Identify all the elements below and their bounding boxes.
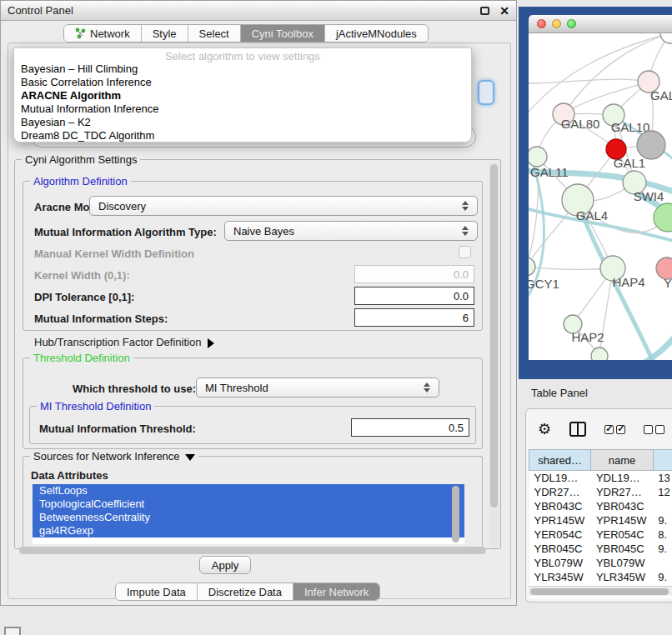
mi-steps-input[interactable]: 6 bbox=[354, 308, 474, 327]
attribute-item-topologicalcoefficient[interactable]: TopologicalCoefficient bbox=[33, 498, 464, 511]
table-row[interactable]: YLR345WYLR345W9. bbox=[529, 570, 672, 584]
dropdown-hint: Select algorithm to view settings bbox=[14, 50, 471, 62]
window-minimize-traffic-icon[interactable] bbox=[552, 19, 561, 28]
node-label: GAL80 bbox=[561, 117, 600, 131]
close-icon[interactable]: ✕ bbox=[499, 7, 509, 15]
combo-spinner-icon bbox=[462, 201, 469, 211]
node-label: GAL bbox=[650, 88, 672, 102]
node-label: Y bbox=[664, 276, 672, 290]
algorithm-option-mutual-information-inference[interactable]: Mutual Information Inference bbox=[14, 102, 471, 116]
tab-label: jActiveMNodules bbox=[336, 28, 417, 40]
tab-style[interactable]: Style bbox=[142, 25, 188, 42]
node-label: GCY1 bbox=[529, 277, 559, 291]
table-row[interactable]: YBL079WYBL079W bbox=[529, 556, 672, 570]
table-cell: 9. bbox=[653, 542, 672, 556]
table-cell: YPR145W bbox=[591, 513, 653, 528]
table-cell: YLR345W bbox=[591, 570, 653, 584]
node-label: HAP4 bbox=[612, 275, 644, 289]
attribute-item-betweennesscentrality[interactable]: BetweennessCentrality bbox=[33, 511, 464, 524]
table-horizontal-scrollbar[interactable] bbox=[529, 586, 672, 596]
tab-network[interactable]: Network bbox=[64, 25, 142, 42]
tab-label: Cyni Toolbox bbox=[252, 28, 313, 40]
hub-definition-toggle[interactable]: Hub/Transcription Factor Definition bbox=[34, 336, 214, 348]
tab-discretize-data[interactable]: Discretize Data bbox=[198, 583, 293, 600]
tab-jactivemnodules[interactable]: jActiveMNodules bbox=[325, 25, 428, 42]
algorithm-option-bayesian-hill-climbing[interactable]: Bayesian – Hill Climbing bbox=[14, 62, 471, 76]
manual-kernel-checkbox[interactable] bbox=[459, 246, 471, 258]
network-canvas[interactable]: GALGAL80GAL10GAL1GAL11SWI4GAL4GCY1HAP4YH… bbox=[529, 33, 672, 360]
mi-type-combobox[interactable]: Naive Bayes bbox=[224, 221, 478, 241]
network-node[interactable] bbox=[591, 348, 608, 360]
control-panel-titlebar: Control Panel ✕ bbox=[1, 1, 516, 21]
table-row[interactable]: YBR045CYBR045C9. bbox=[529, 542, 672, 556]
select-all-checkboxes-icon[interactable] bbox=[604, 425, 625, 434]
table-cell: YBL079W bbox=[529, 556, 591, 570]
panel-grip-icon[interactable] bbox=[4, 627, 21, 635]
float-panel-icon[interactable] bbox=[480, 7, 489, 15]
kernel-width-input[interactable]: 0.0 bbox=[354, 265, 474, 283]
dropdown-items: Bayesian – Hill ClimbingBasic Correlatio… bbox=[14, 62, 471, 142]
combo-spinner-icon bbox=[462, 226, 469, 236]
dpi-tolerance-input[interactable]: 0.0 bbox=[354, 287, 474, 305]
tab-impute-data[interactable]: Impute Data bbox=[116, 583, 198, 600]
table-cell: 12 bbox=[653, 485, 672, 499]
table-row[interactable]: YDL19…YDL19…13 bbox=[529, 471, 672, 485]
manual-kernel-label: Manual Kernel Width Definition bbox=[34, 248, 194, 260]
table-cell: YDR27… bbox=[529, 485, 591, 499]
network-edge bbox=[529, 162, 544, 317]
column-header-shared[interactable]: shared… bbox=[529, 450, 591, 471]
window-zoom-traffic-icon[interactable] bbox=[567, 19, 576, 28]
network-node-gal11[interactable] bbox=[529, 147, 547, 167]
panel-title: Control Panel bbox=[8, 4, 73, 17]
table-cell bbox=[653, 556, 672, 570]
algorithm-option-basic-correlation-inference[interactable]: Basic Correlation Inference bbox=[14, 76, 471, 89]
window-close-traffic-icon[interactable] bbox=[537, 19, 546, 28]
table-cell: 13 bbox=[653, 471, 672, 485]
deselect-all-checkboxes-icon[interactable] bbox=[644, 425, 664, 434]
mi-type-value: Naive Bayes bbox=[233, 225, 294, 238]
tab-label: Select bbox=[199, 28, 229, 40]
settings-vertical-scrollbar-thumb[interactable] bbox=[490, 164, 498, 508]
algorithm-definition-title: Algorithm Definition bbox=[30, 175, 131, 188]
aracne-mode-combobox[interactable]: Discovery bbox=[89, 196, 478, 216]
which-threshold-combobox[interactable]: MI Threshold bbox=[196, 378, 439, 398]
settings-horizontal-scrollbar-thumb[interactable] bbox=[19, 547, 486, 554]
gear-icon[interactable]: ⚙ bbox=[538, 421, 551, 438]
tab-label: Infer Network bbox=[304, 586, 369, 598]
table-panel: ⚙ shared…name YDL19…YDL19…13YDR27…YDR27…… bbox=[525, 408, 672, 602]
table-cell: YPR145W bbox=[529, 513, 591, 528]
algorithm-option-dream8-dc-tdc-algorithm[interactable]: Dream8 DC_TDC Algorithm bbox=[14, 129, 471, 142]
data-attributes-list[interactable]: SelfLoopsTopologicalCoefficientBetweenne… bbox=[33, 484, 464, 544]
table-row[interactable]: YER054CYER054C8. bbox=[529, 528, 672, 542]
network-window-titlebar[interactable] bbox=[529, 15, 672, 33]
node-label: GAL10 bbox=[611, 120, 650, 134]
network-node[interactable] bbox=[637, 131, 665, 159]
tab-label: Style bbox=[153, 28, 177, 40]
column-header-name[interactable]: name bbox=[591, 450, 653, 471]
which-threshold-label: Which threshold to use: bbox=[73, 382, 196, 395]
table-cell: 9. bbox=[653, 570, 672, 584]
apply-button[interactable]: Apply bbox=[199, 556, 251, 574]
network-node[interactable] bbox=[660, 33, 672, 43]
algorithm-option-bayesian-k2[interactable]: Bayesian – K2 bbox=[14, 116, 471, 129]
mi-steps-label: Mutual Information Steps: bbox=[34, 312, 168, 325]
attribute-item-selfloops[interactable]: SelfLoops bbox=[33, 484, 464, 498]
attributes-list-scrollbar[interactable] bbox=[452, 486, 459, 542]
table-row[interactable]: YPR145WYPR145W9. bbox=[529, 513, 672, 528]
sources-title[interactable]: Sources for Network Inference bbox=[30, 450, 198, 462]
tab-cyni-toolbox[interactable]: Cyni Toolbox bbox=[241, 25, 325, 42]
tab-select[interactable]: Select bbox=[188, 25, 241, 42]
table-row[interactable]: YDR27…YDR27…12 bbox=[529, 485, 672, 499]
algorithm-option-aracne-algorithm[interactable]: ARACNE Algorithm bbox=[14, 89, 471, 102]
mi-threshold-title: MI Threshold Definition bbox=[37, 400, 154, 412]
column-header-partial[interactable] bbox=[653, 450, 672, 471]
algorithm-combobox-arrow[interactable] bbox=[478, 80, 494, 105]
attribute-item-gal4rgexp[interactable]: gal4RGexp bbox=[33, 524, 464, 538]
split-columns-icon[interactable] bbox=[569, 422, 586, 437]
table-row[interactable]: YBR043CYBR043C bbox=[529, 499, 672, 513]
mi-threshold-input[interactable]: 0.5 bbox=[351, 418, 469, 437]
network-node-gcy1[interactable] bbox=[529, 258, 535, 276]
tab-infer-network[interactable]: Infer Network bbox=[293, 583, 379, 600]
table-cell: YER054C bbox=[591, 528, 653, 542]
expand-right-icon bbox=[208, 338, 214, 348]
